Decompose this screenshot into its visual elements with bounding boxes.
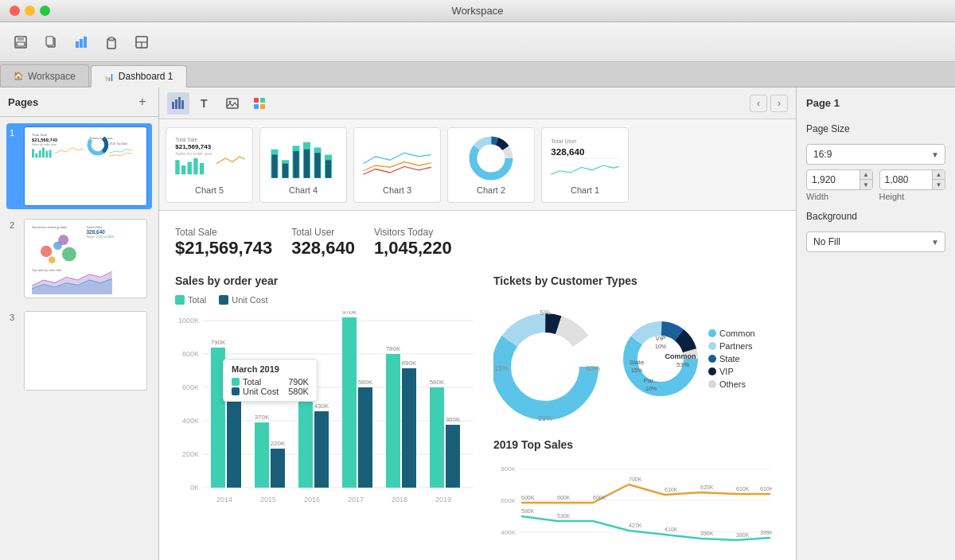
close-button[interactable] xyxy=(10,6,20,16)
svg-text:Sales by order year: Sales by order year xyxy=(175,151,212,156)
svg-text:5%: 5% xyxy=(540,309,550,317)
svg-text:399K: 399K xyxy=(760,530,772,535)
svg-rect-50 xyxy=(260,98,265,103)
dashboard-area: Total Sale $21,569,743 Total User 328,64… xyxy=(159,211,796,560)
svg-text:2016: 2016 xyxy=(304,496,320,504)
chart-button[interactable] xyxy=(68,29,94,55)
svg-rect-66 xyxy=(293,151,298,178)
width-down-button[interactable]: ▼ xyxy=(860,180,872,189)
chart-gallery-item-4[interactable]: Chart 4 xyxy=(259,127,347,203)
svg-rect-5 xyxy=(76,41,79,48)
page-item-2[interactable]: 2 Sportmen training data Total Units 328… xyxy=(6,216,152,301)
app-title: Workspace xyxy=(452,5,504,17)
stat-total-sale: Total Sale $21,569,743 xyxy=(175,227,272,259)
svg-point-48 xyxy=(229,100,232,103)
svg-text:1000K: 1000K xyxy=(178,317,199,325)
svg-text:690K: 690K xyxy=(402,360,417,367)
svg-text:0K: 0K xyxy=(190,484,199,492)
svg-point-37 xyxy=(58,235,68,245)
total-sale-label: Total Sale xyxy=(175,227,272,238)
svg-rect-44 xyxy=(178,97,181,109)
total-user-label: Total User xyxy=(291,227,355,238)
svg-rect-52 xyxy=(260,104,265,109)
donut-svg-main: 5% 15% 20% 60% xyxy=(493,295,613,422)
page-item-3[interactable]: 3 xyxy=(6,308,152,394)
width-input[interactable] xyxy=(807,170,860,189)
width-field: ▲ ▼ Width xyxy=(806,169,873,201)
chart3-label: Chart 3 xyxy=(383,185,411,195)
height-up-button[interactable]: ▲ xyxy=(932,170,945,180)
donut-section: Tickets by Customer Types 5% 15% xyxy=(493,274,780,422)
svg-point-36 xyxy=(49,256,56,263)
chart-type-button[interactable] xyxy=(167,92,189,115)
page-size-select[interactable]: 16:9 4:3 A4 Custom xyxy=(806,144,945,165)
height-input[interactable] xyxy=(880,170,933,189)
page-size-select-wrap[interactable]: 16:9 4:3 A4 Custom ▼ xyxy=(806,144,945,165)
minimize-button[interactable] xyxy=(25,6,35,16)
svg-text:Total Sale: Total Sale xyxy=(175,137,197,142)
svg-rect-72 xyxy=(325,160,331,178)
workspace-icon: 🏠 xyxy=(14,72,23,80)
svg-rect-18 xyxy=(35,154,37,158)
chart-gallery-item-2[interactable]: Chart 2 xyxy=(447,127,535,203)
svg-text:580K: 580K xyxy=(358,379,373,386)
chart-gallery-item-3[interactable]: Chart 3 xyxy=(353,127,441,203)
background-select[interactable]: No Fill Solid Color Gradient xyxy=(806,231,945,252)
legend-unit-dot xyxy=(219,295,228,305)
legend-unit: Unit Cost xyxy=(219,295,267,305)
background-select-wrap[interactable]: No Fill Solid Color Gradient ▼ xyxy=(806,231,945,252)
save-button[interactable] xyxy=(8,29,33,55)
tab-workspace[interactable]: 🏠 Workspace xyxy=(0,64,89,87)
page-size-section: Page Size 16:9 4:3 A4 Custom ▼ ▲ ▼ xyxy=(806,123,945,201)
paste-button[interactable] xyxy=(99,29,124,55)
svg-rect-1 xyxy=(18,37,24,41)
height-input-wrap: ▲ ▼ xyxy=(879,169,946,190)
chart-toolbar: T ‹ › xyxy=(159,88,796,119)
svg-rect-6 xyxy=(80,39,83,48)
left-charts-area: Sales by order year Total Unit Cost xyxy=(175,274,477,560)
svg-rect-41 xyxy=(29,315,144,387)
svg-text:$21,569,743: $21,569,743 xyxy=(175,143,211,150)
height-stepper: ▲ ▼ xyxy=(932,170,945,189)
text-tool-button[interactable]: T xyxy=(194,92,216,115)
svg-text:20%: 20% xyxy=(538,414,552,422)
right-charts-area: Tickets by Customer Types 5% 15% xyxy=(493,274,780,560)
svg-rect-68 xyxy=(304,150,310,178)
height-field: ▲ ▼ Height xyxy=(879,169,946,201)
image-tool-button[interactable] xyxy=(221,92,244,115)
svg-text:10%: 10% xyxy=(655,344,666,349)
svg-text:Tickets by Custo...: Tickets by Custo... xyxy=(89,136,115,140)
width-input-wrap: ▲ ▼ xyxy=(806,169,873,190)
svg-rect-19 xyxy=(39,150,41,158)
left-sidebar: Pages + 1 Total Sale $21,569,743 Sales b… xyxy=(0,88,159,560)
bar-chart-legend: Total Unit Cost xyxy=(175,295,477,305)
donut-legend: Common Partners State xyxy=(708,329,755,389)
chart-prev-button[interactable]: ‹ xyxy=(750,95,767,112)
svg-rect-98 xyxy=(255,422,269,488)
color-tool-button[interactable] xyxy=(248,92,271,115)
layout-button[interactable] xyxy=(129,29,154,55)
svg-text:Sales by order year: Sales by order year xyxy=(32,143,57,146)
svg-text:390K: 390K xyxy=(700,531,714,536)
svg-rect-21 xyxy=(45,151,48,158)
svg-text:Target: 1,500: Target: 1,500 xyxy=(87,235,103,239)
tab-dashboard1[interactable]: 📊 Dashboard 1 xyxy=(91,65,187,88)
copy-button[interactable] xyxy=(38,29,64,55)
bar-chart: March 2019 Total 790K Unit Cost 580K xyxy=(175,311,477,518)
svg-text:610K: 610K xyxy=(736,486,750,492)
chart-next-button[interactable]: › xyxy=(770,95,788,112)
svg-text:610K: 610K xyxy=(760,486,772,492)
chart-gallery-item-1[interactable]: Total User 328,640 Chart 1 xyxy=(541,127,629,203)
page-item-1[interactable]: 1 Total Sale $21,569,743 Sales by order … xyxy=(6,123,152,209)
visitors-value: 1,045,220 xyxy=(374,238,452,259)
add-page-button[interactable]: + xyxy=(134,94,150,110)
svg-rect-60 xyxy=(200,163,204,174)
svg-text:580K: 580K xyxy=(430,379,445,386)
center-content: T ‹ › Total Sale $21,569,743 Sales by or… xyxy=(159,88,796,560)
svg-rect-119 xyxy=(446,425,460,488)
width-up-button[interactable]: ▲ xyxy=(860,170,872,180)
height-down-button[interactable]: ▼ xyxy=(932,180,945,189)
svg-text:Top sales by order date: Top sales by order date xyxy=(32,269,61,272)
chart-gallery-item-5[interactable]: Total Sale $21,569,743 Sales by order ye… xyxy=(166,127,253,203)
maximize-button[interactable] xyxy=(40,6,50,16)
